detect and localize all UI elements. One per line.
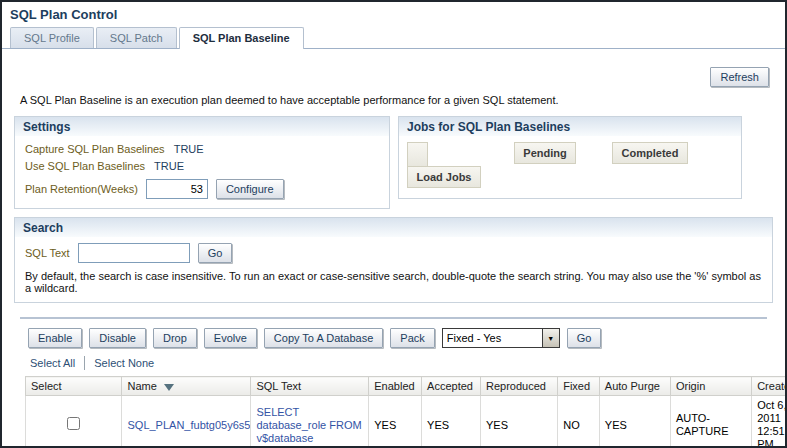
table-row: SQL_PLAN_fubtg05y6s5bz8dd47f8f SELECT da… — [26, 396, 787, 448]
section-divider — [20, 317, 767, 319]
jobs-table-load-jobs-row: Load Jobs — [407, 167, 733, 188]
col-header-enabled: Enabled — [369, 377, 422, 396]
cell-enabled: YES — [369, 396, 422, 448]
baseline-description: A SQL Plan Baseline is an execution plan… — [20, 94, 775, 106]
link-separator — [84, 356, 85, 370]
cell-created: Oct 6, 2011 12:51:58 PM — [752, 396, 787, 448]
enable-button[interactable]: Enable — [28, 328, 82, 348]
col-header-auto-purge: Auto Purge — [599, 377, 670, 396]
chevron-down-icon: ▼ — [542, 329, 559, 347]
plan-retention-label: Plan Retention(Weeks) — [25, 183, 138, 195]
actions-go-button[interactable]: Go — [567, 328, 602, 348]
capture-baselines-row: Capture SQL Plan Baselines TRUE — [25, 143, 379, 155]
col-header-select: Select — [26, 377, 122, 396]
cell-auto-purge: YES — [599, 396, 670, 448]
copy-to-database-button[interactable]: Copy To A Database — [264, 328, 383, 348]
baseline-sql-text-link[interactable]: SELECT database_role FROM v$database — [256, 406, 361, 444]
capture-baselines-value: TRUE — [174, 143, 204, 155]
search-section: Search SQL Text Go By default, the searc… — [14, 217, 773, 303]
disable-button[interactable]: Disable — [89, 328, 146, 348]
jobs-table-header-row: PendingCompleted — [407, 142, 733, 167]
select-none-link[interactable]: Select None — [94, 357, 154, 369]
jobs-load-jobs-header: Load Jobs — [407, 166, 481, 188]
search-go-button[interactable]: Go — [198, 243, 233, 263]
row-select-checkbox[interactable] — [67, 417, 80, 430]
col-header-created: Created — [752, 377, 787, 396]
drop-button[interactable]: Drop — [153, 328, 197, 348]
refresh-button[interactable]: Refresh — [710, 67, 769, 87]
col-header-accepted: Accepted — [422, 377, 481, 396]
search-heading: Search — [15, 218, 772, 237]
sql-plan-control-page: SQL Plan Control SQL Profile SQL Patch S… — [0, 0, 787, 448]
sort-descending-icon[interactable] — [164, 384, 174, 391]
table-header-row: Select Name SQL Text Enabled Accepted Re… — [26, 377, 787, 396]
cell-accepted: YES — [422, 396, 481, 448]
baseline-name-link[interactable]: SQL_PLAN_fubtg05y6s5bz8dd47f8f — [127, 419, 250, 431]
tab-sql-patch[interactable]: SQL Patch — [96, 27, 177, 48]
cell-reproduced: YES — [481, 396, 558, 448]
fixed-filter-select[interactable]: Fixed - Yes ▼ — [442, 328, 560, 348]
cell-fixed: NO — [558, 396, 600, 448]
use-baselines-label: Use SQL Plan Baselines — [25, 160, 145, 172]
col-header-sql-text: SQL Text — [251, 377, 369, 396]
col-header-name[interactable]: Name — [122, 377, 251, 396]
tab-sql-profile[interactable]: SQL Profile — [10, 27, 94, 48]
use-baselines-row: Use SQL Plan Baselines TRUE — [25, 160, 379, 172]
col-header-reproduced: Reproduced — [481, 377, 558, 396]
cell-origin: AUTO-CAPTURE — [670, 396, 751, 448]
configure-button[interactable]: Configure — [216, 179, 284, 199]
tab-sql-plan-baseline[interactable]: SQL Plan Baseline — [179, 27, 304, 49]
search-help-text: By default, the search is case insensiti… — [25, 270, 762, 294]
fixed-filter-selected-value: Fixed - Yes — [443, 332, 542, 344]
baselines-table: Select Name SQL Text Enabled Accepted Re… — [25, 376, 787, 448]
col-header-fixed: Fixed — [558, 377, 600, 396]
sql-text-input[interactable] — [78, 243, 190, 263]
pack-button[interactable]: Pack — [390, 328, 434, 348]
plan-retention-input[interactable] — [146, 179, 208, 199]
jobs-pending-header: Pending — [514, 142, 576, 164]
settings-heading: Settings — [15, 117, 389, 136]
select-all-link[interactable]: Select All — [30, 357, 75, 369]
use-baselines-value: TRUE — [154, 160, 184, 172]
tab-bar: SQL Profile SQL Patch SQL Plan Baseline — [2, 25, 785, 49]
jobs-section: Jobs for SQL Plan Baselines PendingCompl… — [398, 116, 742, 199]
evolve-button[interactable]: Evolve — [204, 328, 257, 348]
selection-links: Select All Select None — [30, 356, 775, 370]
capture-baselines-label: Capture SQL Plan Baselines — [25, 143, 165, 155]
page-title: SQL Plan Control — [2, 2, 785, 25]
jobs-heading: Jobs for SQL Plan Baselines — [399, 117, 741, 136]
jobs-completed-header: Completed — [612, 142, 688, 164]
jobs-table-corner-cell — [407, 142, 428, 167]
col-header-origin: Origin — [670, 377, 751, 396]
baseline-actions-toolbar: Enable Disable Drop Evolve Copy To A Dat… — [28, 328, 775, 348]
sql-text-label: SQL Text — [25, 247, 70, 259]
settings-section: Settings Capture SQL Plan Baselines TRUE… — [14, 116, 390, 209]
plan-retention-row: Plan Retention(Weeks) Configure — [25, 179, 379, 199]
